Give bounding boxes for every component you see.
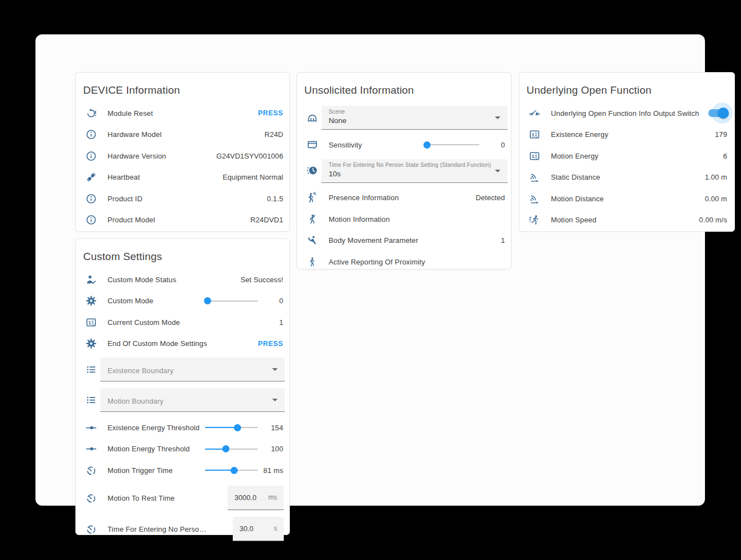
- panel-check-icon: [305, 139, 319, 151]
- no-person-time-input[interactable]: 30.0 s: [233, 517, 284, 541]
- card-title: DEVICE Information: [83, 83, 280, 98]
- scene-icon: [305, 111, 319, 124]
- row-value: 179: [715, 130, 727, 139]
- input-unit: s: [274, 525, 277, 532]
- slider-thumb[interactable]: [204, 297, 211, 304]
- select-label: Motion Boundary: [108, 391, 268, 411]
- sensitivity-row: Sensitivity 0: [297, 134, 511, 156]
- select-label: Scene: [329, 109, 491, 115]
- static-distance-row: Static Distance 1.00 m: [519, 167, 734, 189]
- end-of-custom-mode-row: End Of Custom Mode Settings PRESS: [76, 333, 289, 355]
- row-label: Active Reporting Of Proximity: [329, 258, 505, 266]
- row-value: 1.00 m: [705, 173, 727, 181]
- timer-icon: [84, 464, 98, 476]
- row-label: Underlying Open Function Info Output Swi…: [551, 109, 708, 118]
- row-label: Current Custom Mode: [108, 318, 279, 327]
- dropdown-arrow-icon: [272, 368, 278, 371]
- row-label: Module Reset: [108, 109, 258, 118]
- select-label: Existence Boundary: [108, 360, 268, 381]
- motion-to-rest-time-input[interactable]: 3000.0 ms: [228, 486, 284, 510]
- motion-speed-row: Motion Speed 0.00 m/s: [519, 210, 734, 231]
- row-label: Motion Trigger Time: [108, 466, 205, 475]
- module-reset-press-button[interactable]: PRESS: [258, 109, 283, 117]
- sensitivity-slider[interactable]: [424, 141, 479, 149]
- row-label: Custom Mode Status: [108, 276, 241, 284]
- slider-thumb[interactable]: [234, 424, 241, 431]
- motion-energy-row: Motion Energy 6: [519, 145, 734, 167]
- info-icon: [84, 129, 98, 141]
- dropdown-arrow-icon: [272, 399, 278, 401]
- pin-123-icon: [84, 316, 98, 328]
- existence-energy-threshold-slider[interactable]: [205, 424, 258, 431]
- existence-boundary-select[interactable]: Existence Boundary: [100, 358, 285, 381]
- timer-icon: [84, 523, 98, 535]
- motion-boundary-select[interactable]: Motion Boundary: [100, 388, 285, 412]
- no-person-time-select[interactable]: Time For Entering No Person State Settin…: [321, 159, 508, 183]
- row-label: Custom Mode: [108, 297, 205, 305]
- product-id-row: Product ID 0.1.5: [76, 188, 289, 210]
- input-value[interactable]: 3000.0: [234, 493, 257, 502]
- row-label: Existence Energy Threshold: [108, 424, 205, 432]
- switch-icon: [528, 107, 541, 119]
- select-value: None: [329, 116, 491, 125]
- row-value: G24VD1SYV001006: [216, 152, 283, 160]
- motion-energy-threshold-slider[interactable]: [205, 445, 258, 453]
- row-label: Motion Speed: [551, 216, 699, 224]
- no-person-time-input-row: Time For Entering No Perso… 30.0 s: [76, 515, 289, 543]
- scene-select[interactable]: Scene None: [321, 106, 508, 130]
- row-label: Hardware Version: [108, 152, 216, 160]
- end-custom-mode-press-button[interactable]: PRESS: [258, 340, 283, 348]
- slider-thumb[interactable]: [423, 141, 431, 149]
- slider-thumb[interactable]: [231, 467, 238, 474]
- body-movement-row: Body Movement Parameter 1: [297, 230, 511, 252]
- run-speed-icon: [528, 214, 541, 226]
- row-label: Existence Energy: [551, 130, 715, 139]
- person-check-icon: [84, 273, 98, 286]
- plug-icon: [84, 171, 98, 184]
- slider-dot-icon: [84, 443, 98, 455]
- motion-energy-threshold-row: Motion Energy Threshold 100: [76, 439, 289, 460]
- slider-dot-icon: [84, 421, 98, 434]
- dropdown-arrow-icon: [495, 116, 500, 119]
- slider-track[interactable]: [424, 144, 479, 145]
- row-label: Hardware Model: [108, 130, 264, 139]
- device-information-card: DEVICE Information Module Reset PRESS Ha…: [75, 72, 290, 232]
- screen: DEVICE Information Module Reset PRESS Ha…: [0, 0, 741, 560]
- slider-fill: [205, 470, 234, 471]
- active-reporting-row: Active Reporting Of Proximity: [297, 251, 511, 273]
- no-person-time-row: Time For Entering No Person State Settin…: [297, 157, 511, 185]
- pin-123-icon: [528, 129, 541, 141]
- custom-mode-slider[interactable]: [205, 297, 258, 305]
- slider-thumb[interactable]: [222, 445, 229, 452]
- gear-icon: [84, 338, 98, 350]
- row-value: R24DVD1: [251, 216, 283, 224]
- heartbeat-row: Heartbeat Equipment Normal: [76, 167, 289, 189]
- select-value: 10s: [329, 170, 491, 178]
- motion-trigger-time-row: Motion Trigger Time 81 ms: [76, 460, 289, 481]
- row-value: Equipment Normal: [223, 173, 283, 181]
- info-output-toggle[interactable]: [708, 108, 727, 119]
- row-value: 1: [279, 318, 283, 327]
- info-icon: [84, 214, 98, 226]
- list-icon: [84, 363, 98, 375]
- card-title: Underlying Open Function: [527, 83, 725, 98]
- pin-123-icon: [528, 150, 541, 162]
- slider-value: 100: [258, 445, 283, 453]
- hardware-model-row: Hardware Model R24D: [76, 124, 289, 146]
- product-model-row: Product Model R24DVD1: [76, 210, 289, 231]
- row-value: 0.00 m: [705, 195, 727, 203]
- row-value: 0.1.5: [267, 195, 283, 203]
- row-value: R24D: [264, 130, 283, 139]
- row-label: Motion Energy Threshold: [108, 445, 205, 453]
- app-surface: DEVICE Information Module Reset PRESS Ha…: [35, 34, 705, 506]
- slider-value: 81 ms: [258, 466, 283, 475]
- motion-boundary-row: Motion Boundary: [76, 386, 289, 414]
- input-value[interactable]: 30.0: [239, 525, 253, 533]
- row-label: Presence Information: [329, 194, 476, 202]
- select-label: Time For Entering No Person State Settin…: [329, 162, 491, 168]
- hardware-version-row: Hardware Version G24VD1SYV001006: [76, 145, 289, 167]
- body-movement-icon: [305, 235, 319, 247]
- slider-track[interactable]: [205, 301, 258, 302]
- dropdown-arrow-icon: [495, 170, 500, 172]
- motion-trigger-time-slider[interactable]: [205, 466, 258, 474]
